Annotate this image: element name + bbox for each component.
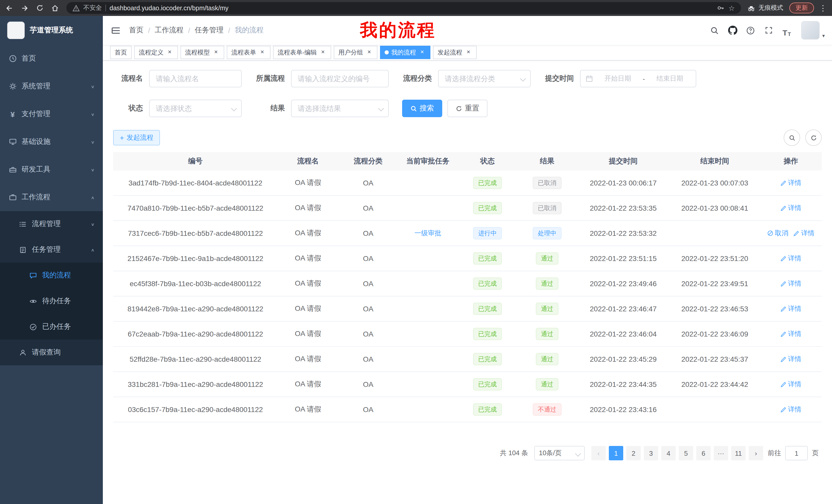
sidebar-item-system[interactable]: 系统管理 ∨ [0,73,103,100]
tab-label: 流程表单 [231,48,256,57]
tab[interactable]: 发起流程 × [433,46,477,59]
user-menu[interactable]: ▾ [801,21,825,39]
password-key-icon[interactable] [717,4,725,12]
browser-forward-icon[interactable] [21,4,29,12]
sidebar-item-done-tasks[interactable]: 已办任务 [0,314,103,340]
cell-submit-time: 2022-01-22 23:46:04 [577,330,670,338]
eye-icon [29,297,37,305]
detail-button[interactable]: 详情 [780,380,801,389]
jump-page-input[interactable] [785,446,808,460]
tab-close-icon[interactable]: × [366,49,373,56]
breadcrumb-separator: / [148,26,150,34]
sidebar-item-todo-tasks[interactable]: 待办任务 [0,288,103,314]
tab[interactable]: 我的流程 × [380,46,431,59]
tab-close-icon[interactable]: × [319,49,327,56]
detail-button[interactable]: 详情 [794,229,814,238]
end-date-placeholder[interactable]: 结束日期 [649,74,691,83]
tab[interactable]: 用户分组 × [334,46,378,59]
tab[interactable]: 流程表单-编辑 × [273,46,331,59]
sidebar-item-payment[interactable]: ¥ 支付管理 ∨ [0,100,103,128]
github-icon[interactable] [726,24,739,37]
result-select[interactable] [291,100,389,117]
breadcrumb-item[interactable]: 工作流程 [155,26,184,35]
breadcrumb-item[interactable]: 首页 [129,26,144,35]
detail-button[interactable]: 详情 [780,178,801,188]
help-icon[interactable] [744,24,757,37]
browser-home-icon[interactable] [51,4,59,12]
page-number-button[interactable]: 1 [609,446,623,460]
column-header[interactable]: 结果 [517,152,577,171]
tab-close-icon[interactable]: × [212,49,219,56]
page-number-button[interactable]: 6 [696,446,711,460]
sidebar-item-task-management[interactable]: 任务管理 ∧ [0,237,103,262]
browser-refresh-icon[interactable] [36,4,44,12]
sidebar-logo[interactable]: 芋道管理系统 [0,16,103,45]
tab-close-icon[interactable]: × [465,49,472,56]
column-header[interactable]: 提交时间 [577,152,670,171]
column-header[interactable]: 编号 [113,152,278,171]
column-header[interactable]: 状态 [458,152,517,171]
column-header[interactable]: 流程分类 [338,152,398,171]
create-process-button[interactable]: + 发起流程 [113,130,160,145]
detail-button[interactable]: 详情 [780,254,801,263]
toggle-search-icon[interactable] [784,130,800,146]
category-select[interactable] [438,70,531,87]
column-header[interactable]: 流程名 [278,152,338,171]
column-header[interactable]: 操作 [760,152,822,171]
page-number-button[interactable]: ··· [714,446,728,460]
sidebar-item-leave-query[interactable]: 请假查询 [0,340,103,365]
page-number-button[interactable]: 4 [661,446,676,460]
detail-button[interactable]: 详情 [780,329,801,339]
page-number-button[interactable]: 11 [731,446,746,460]
detail-button[interactable]: 详情 [780,304,801,313]
sidebar-item-my-process[interactable]: 我的流程 [0,262,103,288]
fullscreen-icon[interactable] [762,24,775,37]
detail-button[interactable]: 详情 [780,405,801,414]
sidebar-item-process-management[interactable]: 流程管理 ∨ [0,211,103,237]
sidebar-item-infrastructure[interactable]: 基础设施 ∨ [0,128,103,156]
current-task-link[interactable]: 一级审批 [414,229,441,238]
browser-menu-icon[interactable]: ⋮ [819,3,827,12]
breadcrumb-item[interactable]: 任务管理 [195,26,224,35]
page-size-select[interactable]: 10条/页 [534,446,585,460]
page-number-button[interactable]: 5 [679,446,693,460]
browser-update-button[interactable]: 更新 [789,3,814,13]
search-button[interactable]: 搜索 [402,100,442,117]
status-select[interactable] [149,100,242,117]
detail-button[interactable]: 详情 [780,355,801,364]
sidebar-item-workflow[interactable]: 工作流程 ∧ [0,184,103,211]
next-page-button[interactable]: › [749,446,763,460]
detail-button[interactable]: 详情 [780,203,801,213]
column-header[interactable]: 当前审批任务 [398,152,458,171]
tab[interactable]: 流程表单 × [227,46,270,59]
avatar[interactable] [801,21,820,39]
sidebar-item-devtools[interactable]: 研发工具 ∨ [0,156,103,184]
date-range-picker[interactable]: 开始日期 - 结束日期 [580,70,696,87]
column-header[interactable]: 结束时间 [670,152,760,171]
refresh-table-icon[interactable] [805,130,822,146]
cancel-button[interactable]: 取消 [767,229,788,238]
result-label: 结果 [255,104,285,113]
process-name-input[interactable] [149,70,242,87]
font-size-icon[interactable]: TT [780,24,794,37]
tab-close-icon[interactable]: × [259,49,266,56]
prev-page-button[interactable]: ‹ [591,446,606,460]
bookmark-star-icon[interactable]: ☆ [728,4,735,12]
address-bar[interactable]: 不安全 dashboard.yudao.iocoder.cn/bpm/task/… [66,2,741,14]
start-date-placeholder[interactable]: 开始日期 [597,74,639,83]
page-number-button[interactable]: 3 [644,446,658,460]
detail-button[interactable]: 详情 [780,279,801,288]
browser-back-icon[interactable] [5,4,14,12]
hamburger-icon[interactable] [103,25,129,35]
page-number-button[interactable]: 2 [626,446,641,460]
reset-button[interactable]: 重置 [447,100,488,117]
sidebar-item-home[interactable]: 首页 [0,45,103,73]
tab-close-icon[interactable]: × [419,49,426,56]
process-definition-input[interactable] [291,70,389,87]
tab-close-icon[interactable]: × [166,49,173,56]
tab[interactable]: 流程模型 × [181,46,224,59]
search-icon[interactable] [708,24,722,37]
tab[interactable]: 首页 [110,46,132,59]
tab[interactable]: 流程定义 × [134,46,178,59]
create-process-label: 发起流程 [127,133,153,142]
